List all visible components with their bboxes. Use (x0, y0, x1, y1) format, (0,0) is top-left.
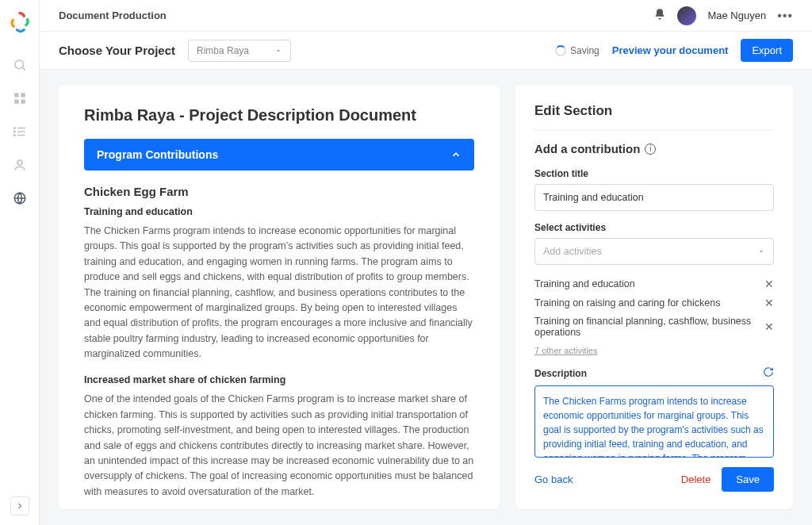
topbar: Document Production Mae Nguyen ••• (40, 0, 812, 32)
activity-row: Training and education ✕ (534, 274, 774, 293)
spinner-icon (555, 45, 566, 56)
subsection-title: Increased market share of chicken farmin… (84, 374, 474, 385)
svg-point-0 (15, 60, 24, 69)
go-back-link[interactable]: Go back (534, 473, 573, 485)
section-title-input[interactable] (534, 184, 774, 211)
remove-activity-icon[interactable]: ✕ (764, 320, 774, 333)
svg-point-11 (13, 135, 15, 136)
list-icon[interactable] (12, 124, 28, 140)
activity-row: Training on financial planning, cashflow… (534, 312, 774, 341)
refresh-icon[interactable] (763, 366, 774, 381)
grid-icon[interactable] (12, 90, 28, 106)
subbar: Choose Your Project Rimba Raya Saving Pr… (40, 32, 812, 70)
expand-rail-button[interactable] (10, 496, 29, 515)
chevron-up-icon (450, 149, 462, 160)
left-rail (0, 0, 40, 525)
saving-indicator: Saving (555, 45, 599, 56)
save-button[interactable]: Save (722, 467, 774, 492)
description-label: Description (534, 368, 587, 379)
more-icon[interactable]: ••• (777, 9, 793, 23)
main-column: Document Production Mae Nguyen ••• Choos… (40, 0, 812, 525)
globe-icon[interactable] (12, 190, 28, 206)
svg-point-10 (13, 131, 15, 132)
project-label: Choose Your Project (59, 44, 175, 57)
edit-panel: Edit Section Add a contribution i Sectio… (515, 86, 793, 509)
svg-rect-2 (14, 93, 18, 97)
svg-line-1 (22, 67, 25, 70)
section-title-label: Section title (534, 168, 774, 179)
remove-activity-icon[interactable]: ✕ (764, 278, 774, 290)
activity-label: Training and education (534, 278, 635, 289)
page-breadcrumb: Document Production (59, 10, 653, 21)
edit-panel-title: Edit Section (534, 103, 774, 119)
subsection-body: One of the intended goals of the Chicken… (84, 392, 474, 500)
svg-rect-4 (14, 100, 18, 104)
chevron-down-icon (274, 47, 282, 55)
section-heading: Chicken Egg Farm (84, 185, 474, 198)
delete-link[interactable]: Delete (681, 473, 711, 485)
activity-row: Training on raising and caring for chick… (534, 293, 774, 312)
app-logo (9, 11, 31, 33)
description-textarea[interactable]: The Chicken Farms program intends to inc… (534, 385, 774, 458)
project-select-value: Rimba Raya (197, 45, 249, 56)
subsection-title: Training and education (84, 206, 474, 217)
users-icon[interactable] (12, 157, 28, 173)
divider (534, 130, 774, 131)
svg-rect-5 (21, 100, 25, 104)
activity-label: Training on financial planning, cashflow… (534, 316, 764, 338)
notifications-icon[interactable] (653, 8, 666, 24)
export-button[interactable]: Export (741, 39, 793, 62)
chevron-down-icon (757, 247, 765, 255)
preview-link[interactable]: Preview your document (612, 44, 729, 56)
other-activities-link[interactable]: 7 other activities (534, 346, 774, 355)
activity-label: Training on raising and caring for chick… (534, 297, 720, 308)
document-title: Rimba Raya - Project Description Documen… (84, 106, 474, 125)
remove-activity-icon[interactable]: ✕ (764, 297, 774, 309)
accordion-header[interactable]: Program Contributions (84, 139, 474, 171)
svg-rect-3 (21, 93, 25, 97)
select-activities-label: Select activities (534, 222, 774, 233)
accordion-title: Program Contributions (97, 148, 218, 161)
project-select[interactable]: Rimba Raya (188, 40, 291, 62)
edit-subtitle: Add a contribution i (534, 142, 774, 155)
document-panel: Rimba Raya - Project Description Documen… (59, 86, 500, 509)
username-label: Mae Nguyen (707, 10, 766, 21)
search-icon[interactable] (12, 57, 28, 73)
subsection-body: The Chicken Farms program intends to inc… (84, 224, 474, 362)
svg-point-9 (13, 128, 15, 129)
info-icon[interactable]: i (645, 144, 656, 155)
activities-select[interactable]: Add activities (534, 238, 774, 265)
svg-point-12 (17, 160, 22, 165)
user-avatar[interactable] (677, 6, 696, 25)
